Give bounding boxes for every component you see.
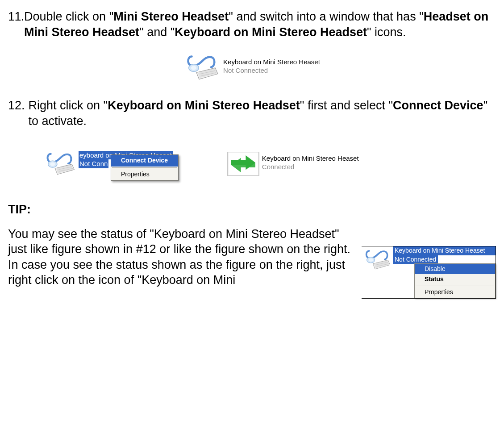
step-number: 11. [8, 9, 24, 25]
tip-paragraph: You may see the status of "Keyboard on M… [8, 227, 350, 256]
tip-section: TIP: You may see the status of "Keyboard… [8, 202, 496, 299]
figure-step12: eyboard on Mini Stereo Heaset Not Conn C… [44, 151, 496, 175]
figure-step11: Keyboard on Mini Stereo Heaset Not Conne… [8, 53, 496, 80]
bold: Connect Device [393, 99, 483, 112]
bold: Keyboard on Mini Stereo Headset [108, 99, 300, 112]
context-menu: Disable Status Properties [414, 263, 496, 299]
text: Right click on " [29, 99, 108, 112]
step-12: 12. Right click on "Keyboard on Mini Ste… [8, 98, 496, 129]
bold: Mini Stereo Headset [113, 10, 229, 23]
menu-connect-device[interactable]: Connect Device [111, 155, 178, 167]
text: " icons. [367, 25, 406, 39]
device-status: Connected [262, 163, 359, 171]
device-status-selected: Not Connected [393, 255, 438, 264]
device-keyboard-connected[interactable]: Keyboard on Mini Stereo Heaset Connected [226, 151, 359, 175]
text: " and switch into a window that has " [229, 10, 423, 23]
keyboard-headset-icon [184, 53, 220, 80]
step-body: Double click on "Mini Stereo Headset" an… [24, 9, 496, 40]
keyboard-headset-icon [226, 151, 258, 175]
menu-separator [112, 167, 177, 168]
menu-status[interactable]: Status [415, 274, 495, 285]
menu-separator [416, 286, 494, 286]
device-label: Keyboard on Mini Stereo Heaset Not Conne… [223, 58, 320, 75]
step-number: 12. [8, 98, 25, 113]
device-title-selected: Keyboard on Mini Stereo Heaset [393, 246, 496, 255]
tip-figure: Keyboard on Mini Stereo Heaset Not Conne… [362, 246, 496, 299]
menu-disable[interactable]: Disable [415, 264, 495, 275]
text: " first and select " [300, 99, 393, 112]
text: Double click on " [24, 10, 113, 23]
context-menu: Connect Device Properties [111, 154, 179, 181]
tip-text: You may see the status of "Keyboard on M… [8, 226, 353, 288]
device-title: Keyboard on Mini Stereo Heaset [223, 58, 320, 67]
device-label: Keyboard on Mini Stereo Heaset Connected [262, 154, 359, 171]
step-body: Right click on "Keyboard on Mini Stereo … [29, 98, 496, 129]
text: " and " [139, 25, 175, 39]
tip-paragraph: In case you see the status shown as the … [8, 258, 345, 287]
device-status-partial: Not Conn [79, 159, 108, 168]
device-keyboard-not-connected[interactable]: Keyboard on Mini Stereo Heaset Not Conne… [184, 53, 320, 80]
keyboard-headset-icon[interactable] [44, 151, 76, 175]
bold: Keyboard on Mini Stereo Headset [175, 25, 367, 39]
device-title: Keyboard on Mini Stereo Heaset [262, 154, 359, 163]
device-with-context-menu: eyboard on Mini Stereo Heaset Not Conn C… [44, 151, 173, 175]
device-status: Not Connected [223, 67, 320, 75]
tip-heading: TIP: [8, 202, 496, 217]
menu-properties[interactable]: Properties [111, 169, 178, 180]
step-11: 11. Double click on "Mini Stereo Headset… [8, 9, 496, 40]
connected-overlay-icon [227, 152, 259, 176]
menu-properties[interactable]: Properties [415, 287, 495, 298]
keyboard-headset-icon[interactable] [363, 248, 391, 270]
